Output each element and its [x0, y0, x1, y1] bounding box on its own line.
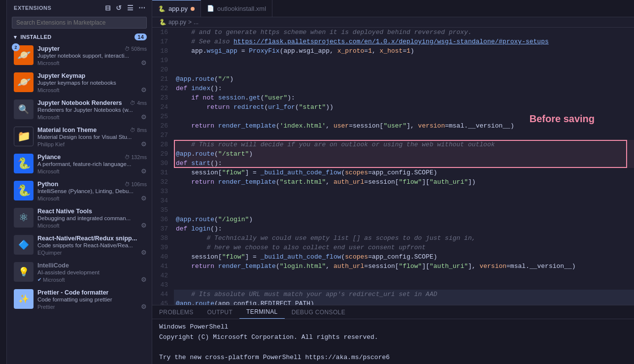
- ext-desc: Jupyter keymaps for notebooks: [37, 80, 147, 86]
- ext-desc: Debugging and integrated comman...: [37, 215, 147, 221]
- installed-section-header[interactable]: ▾ INSTALLED 14: [7, 32, 152, 42]
- tab-label: app.py: [168, 5, 188, 12]
- filter-icon[interactable]: ⊟: [104, 3, 112, 13]
- line-content: app.wsgi_app = ProxyFix(app.wsgi_app, x_…: [174, 46, 634, 56]
- ext-desc: Code snippets for React-Native/Rea...: [37, 242, 147, 248]
- ext-info: IntelliCode AI-assisted development ✔ Mi…: [37, 262, 147, 283]
- list-item[interactable]: ⚛ React Native Tools Debugging and integ…: [7, 205, 152, 232]
- code-line: 32 return render_template("start.html", …: [152, 177, 634, 187]
- list-item[interactable]: 📁 Material Icon Theme ⏱ 8ms Material Des…: [7, 124, 152, 151]
- ext-time: ⏱ 106ms: [125, 181, 147, 187]
- tab-outlookinstall[interactable]: 📄 outlookinstall.xml: [201, 0, 272, 17]
- line-content: @app.route(app_config.REDIRECT_PATH): [174, 299, 634, 305]
- code-line: 28 # This route will decide if you are o…: [152, 140, 634, 149]
- tab-output[interactable]: OUTPUT: [200, 305, 240, 319]
- extensions-list: 🪐 2 Jupyter ⏱ 508ms Jupyter notebook sup…: [7, 42, 152, 364]
- code-line: 36 @app.route("/login"): [152, 215, 634, 224]
- code-line: 30 def start():: [152, 159, 634, 168]
- tab-terminal[interactable]: TERMINAL: [239, 305, 285, 319]
- line-number: 31: [152, 168, 174, 177]
- breadcrumb: 🐍 app.py > ...: [152, 17, 634, 28]
- breadcrumb-icon: 🐍: [159, 19, 167, 26]
- gear-icon[interactable]: ⚙: [141, 276, 147, 283]
- list-item[interactable]: 🔷 React-Native/React/Redux snipp... Code…: [7, 232, 152, 259]
- line-content: return render_template("start.html", aut…: [174, 177, 634, 187]
- line-number: 41: [152, 262, 174, 271]
- ext-publisher: EQuimper: [37, 250, 62, 256]
- list-item[interactable]: 🐍 Pylance ⏱ 132ms A performant, feature-…: [7, 151, 152, 178]
- terminal-content[interactable]: Windows PowerShell Copyright (C) Microso…: [152, 319, 634, 364]
- ext-publisher: Microsoft: [37, 87, 60, 93]
- ext-info: Prettier - Code formatter Code formattin…: [37, 289, 147, 310]
- main-area: 🐍 app.py 📄 outlookinstall.xml 🐍 app.py >…: [152, 0, 634, 364]
- search-input[interactable]: [12, 17, 147, 29]
- code-line: 26 return render_template('index.html', …: [152, 121, 634, 131]
- code-line: 43: [152, 280, 634, 290]
- gear-icon[interactable]: ⚙: [141, 195, 147, 202]
- ext-name: Jupyter Notebook Renderers: [37, 99, 122, 106]
- terminal-line: Windows PowerShell: [159, 322, 627, 332]
- gear-icon[interactable]: ⚙: [141, 303, 147, 310]
- line-content: # here we choose to also collect end use…: [174, 243, 634, 252]
- panel-tabs: PROBLEMS OUTPUT TERMINAL DEBUG CONSOLE: [152, 305, 634, 319]
- code-line: 39 # here we choose to also collect end …: [152, 243, 634, 252]
- ext-name: Prettier - Code formatter: [37, 289, 108, 296]
- code-line: 35: [152, 205, 634, 215]
- gear-icon[interactable]: ⚙: [141, 86, 147, 94]
- line-number: 21: [152, 74, 174, 84]
- list-item[interactable]: ✨ Prettier - Code formatter Code formatt…: [7, 286, 152, 313]
- ext-publisher: Prettier: [37, 304, 55, 310]
- line-content: # and to generate https scheme when it i…: [174, 28, 634, 37]
- breadcrumb-sep: >: [188, 19, 192, 26]
- list-item[interactable]: 🐍 Python ⏱ 106ms IntelliSense (Pylance),…: [7, 178, 152, 205]
- breadcrumb-location: ...: [194, 19, 199, 26]
- list-item[interactable]: 🔍 Jupyter Notebook Renderers ⏱ 4ms Rende…: [7, 97, 152, 124]
- refresh-icon[interactable]: ↺: [115, 3, 123, 13]
- list-item[interactable]: 🪐 Jupyter Keymap Jupyter keymaps for not…: [7, 69, 152, 97]
- line-number: 22: [152, 84, 174, 93]
- ext-publisher: ✔ Microsoft: [37, 277, 65, 283]
- line-content: [174, 280, 634, 290]
- tab-problems[interactable]: PROBLEMS: [152, 305, 200, 319]
- line-number: 28: [152, 140, 174, 149]
- gear-icon[interactable]: ⚙: [141, 113, 147, 121]
- ext-info: React Native Tools Debugging and integra…: [37, 208, 147, 229]
- ext-icon: 🔍: [14, 99, 33, 119]
- breadcrumb-file: app.py: [168, 19, 186, 26]
- line-content: return redirect(url_for("start")): [174, 102, 634, 112]
- line-content: [174, 112, 634, 121]
- line-number: 26: [152, 121, 174, 131]
- code-line: 23 if not session.get("user"):: [152, 93, 634, 102]
- ext-icon: ✨: [14, 289, 33, 309]
- line-number: 30: [152, 159, 174, 168]
- line-content: @app.route("/login"): [174, 215, 634, 224]
- line-number: 40: [152, 252, 174, 262]
- code-line: 44 # Its absolute URL must match your ap…: [152, 290, 634, 299]
- ext-desc: IntelliSense (Pylance), Linting, Debu...: [37, 188, 147, 194]
- gear-icon[interactable]: ⚙: [141, 167, 147, 175]
- ext-name: React Native Tools: [37, 208, 92, 215]
- line-content: @app.route("/"): [174, 74, 634, 84]
- code-editor[interactable]: Before saving 16 # and to generate https…: [152, 28, 634, 305]
- views-icon[interactable]: ☰: [126, 3, 135, 13]
- tab-app-py[interactable]: 🐍 app.py: [152, 0, 201, 17]
- more-icon[interactable]: ⋯: [137, 3, 147, 13]
- ext-name: IntelliCode: [37, 262, 69, 269]
- ext-time: ⏱ 132ms: [125, 154, 147, 160]
- gear-icon[interactable]: ⚙: [141, 249, 147, 256]
- list-item[interactable]: 💡 IntelliCode AI-assisted development ✔ …: [7, 259, 152, 286]
- tab-debug-console[interactable]: DEBUG CONSOLE: [285, 305, 352, 319]
- line-number: 36: [152, 215, 174, 224]
- gear-icon[interactable]: ⚙: [141, 222, 147, 229]
- ext-name: Jupyter: [37, 45, 60, 52]
- code-line: 19: [152, 56, 634, 65]
- line-number: 43: [152, 280, 174, 290]
- ext-icon: 🐍: [14, 181, 33, 200]
- list-item[interactable]: 🪐 2 Jupyter ⏱ 508ms Jupyter notebook sup…: [7, 42, 152, 69]
- gear-icon[interactable]: ⚙: [141, 59, 147, 66]
- gear-icon[interactable]: ⚙: [141, 140, 147, 148]
- line-number: 37: [152, 224, 174, 233]
- code-line: 20: [152, 65, 634, 74]
- line-content: [174, 131, 634, 140]
- line-number: 29: [152, 149, 174, 159]
